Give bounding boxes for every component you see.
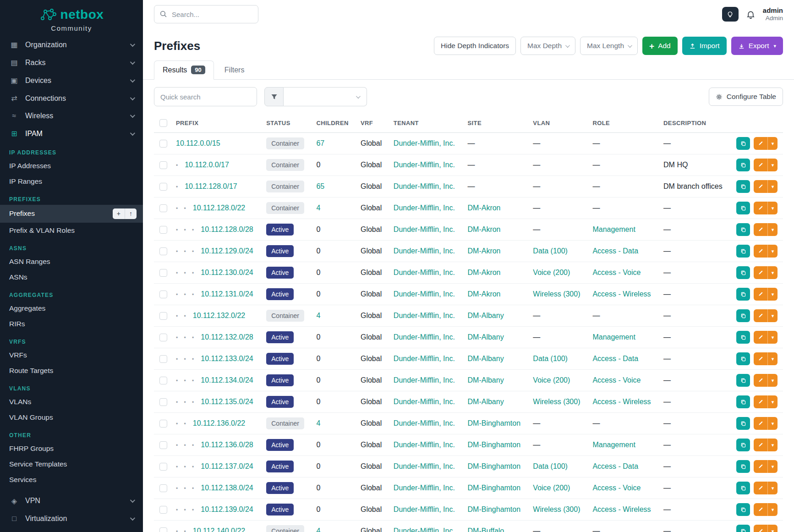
- role-link[interactable]: Management: [592, 225, 635, 233]
- vlan-link[interactable]: Wireless (300): [533, 290, 580, 298]
- site-link[interactable]: DM-Albany: [468, 398, 504, 406]
- edit-button[interactable]: [754, 503, 767, 516]
- column-header-description[interactable]: DESCRIPTION: [658, 114, 729, 133]
- row-checkbox[interactable]: [159, 183, 167, 191]
- quick-search-input[interactable]: [154, 87, 257, 106]
- tenant-link[interactable]: Dunder-Mifflin, Inc.: [394, 527, 455, 532]
- prefix-link[interactable]: 10.112.128.0/17: [185, 182, 237, 190]
- edit-button[interactable]: [754, 202, 767, 214]
- copy-button[interactable]: [736, 417, 750, 430]
- tenant-link[interactable]: Dunder-Mifflin, Inc.: [394, 312, 455, 319]
- prefix-link[interactable]: 10.112.129.0/24: [201, 247, 253, 255]
- prefix-link[interactable]: 10.112.128.0/28: [201, 225, 253, 233]
- row-checkbox[interactable]: [159, 247, 167, 255]
- row-checkbox[interactable]: [159, 161, 167, 169]
- notifications-button[interactable]: [746, 10, 756, 19]
- column-header-children[interactable]: CHILDREN: [311, 114, 355, 133]
- prefix-link[interactable]: 10.112.130.0/24: [201, 269, 253, 276]
- site-link[interactable]: DM-Binghamton: [468, 462, 521, 470]
- vlan-link[interactable]: Data (100): [533, 355, 568, 362]
- site-link[interactable]: DM-Akron: [468, 247, 501, 255]
- copy-button[interactable]: [736, 223, 750, 236]
- children-link[interactable]: 4: [316, 204, 320, 212]
- site-link[interactable]: DM-Akron: [468, 269, 501, 276]
- prefix-link[interactable]: 10.112.133.0/24: [201, 355, 253, 362]
- copy-button[interactable]: [736, 331, 750, 344]
- edit-dropdown-button[interactable]: ▾: [767, 352, 778, 365]
- edit-dropdown-button[interactable]: ▾: [767, 460, 778, 473]
- children-link[interactable]: 4: [316, 312, 320, 319]
- copy-button[interactable]: [736, 137, 750, 150]
- children-link[interactable]: 4: [316, 527, 320, 532]
- row-checkbox[interactable]: [159, 377, 167, 384]
- sidebar-item-asns[interactable]: ASNs: [0, 269, 143, 285]
- edit-button[interactable]: [754, 460, 767, 473]
- edit-dropdown-button[interactable]: ▾: [767, 202, 778, 214]
- edit-dropdown-button[interactable]: ▾: [767, 288, 778, 301]
- site-link[interactable]: DM-Binghamton: [468, 419, 521, 427]
- copy-button[interactable]: [736, 288, 750, 301]
- children-link[interactable]: 67: [316, 139, 324, 147]
- prefix-link[interactable]: 10.112.0.0/15: [176, 139, 220, 147]
- prefix-link[interactable]: 10.112.132.0/22: [193, 312, 245, 319]
- edit-button[interactable]: [754, 223, 767, 236]
- column-header-prefix[interactable]: PREFIX: [170, 114, 261, 133]
- prefix-link[interactable]: 10.112.131.0/24: [201, 290, 253, 298]
- row-checkbox[interactable]: [159, 269, 167, 277]
- copy-button[interactable]: [736, 395, 750, 408]
- site-link[interactable]: DM-Albany: [468, 355, 504, 362]
- edit-button[interactable]: [754, 288, 767, 301]
- edit-button[interactable]: [754, 482, 767, 494]
- copy-button[interactable]: [736, 245, 750, 258]
- brand[interactable]: netbox Community: [0, 0, 143, 36]
- edit-button[interactable]: [754, 266, 767, 279]
- site-link[interactable]: DM-Albany: [468, 376, 504, 384]
- row-checkbox[interactable]: [159, 506, 167, 514]
- prefix-link[interactable]: 10.112.128.0/22: [193, 204, 245, 212]
- filter-button[interactable]: [264, 87, 284, 106]
- column-header-vrf[interactable]: VRF: [355, 114, 388, 133]
- prefix-link[interactable]: 10.112.137.0/24: [201, 462, 253, 470]
- prefix-link[interactable]: 10.112.134.0/24: [201, 376, 253, 384]
- row-checkbox[interactable]: [159, 226, 167, 234]
- copy-button[interactable]: [736, 525, 750, 532]
- copy-button[interactable]: [736, 266, 750, 279]
- edit-dropdown-button[interactable]: ▾: [767, 525, 778, 532]
- tab-filters[interactable]: Filters: [216, 60, 253, 80]
- prefix-link[interactable]: 10.112.132.0/28: [201, 333, 253, 341]
- prefix-link[interactable]: 10.112.136.0/28: [201, 441, 253, 449]
- role-link[interactable]: Access - Wireless: [592, 505, 651, 513]
- configure-table-button[interactable]: Configure Table: [709, 88, 783, 106]
- row-checkbox[interactable]: [159, 140, 167, 148]
- copy-button[interactable]: [736, 482, 750, 494]
- site-link[interactable]: DM-Akron: [468, 225, 501, 233]
- children-link[interactable]: 4: [316, 419, 320, 427]
- sidebar-item-service-templates[interactable]: Service Templates: [0, 456, 143, 472]
- tenant-link[interactable]: Dunder-Mifflin, Inc.: [394, 225, 455, 233]
- role-link[interactable]: Access - Data: [592, 247, 638, 255]
- prefix-link[interactable]: 10.112.0.0/17: [185, 161, 229, 169]
- row-checkbox[interactable]: [159, 527, 167, 532]
- tenant-link[interactable]: Dunder-Mifflin, Inc.: [394, 484, 455, 492]
- edit-dropdown-button[interactable]: ▾: [767, 417, 778, 430]
- site-link[interactable]: DM-Akron: [468, 290, 501, 298]
- row-checkbox[interactable]: [159, 312, 167, 320]
- sidebar-item-organization[interactable]: ▦Organization: [0, 36, 143, 54]
- edit-dropdown-button[interactable]: ▾: [767, 482, 778, 494]
- role-link[interactable]: Management: [592, 441, 635, 449]
- tab-results[interactable]: Results 90: [154, 60, 214, 80]
- sidebar-item-racks[interactable]: ▤Racks: [0, 54, 143, 71]
- row-checkbox[interactable]: [159, 291, 167, 298]
- copy-button[interactable]: [736, 460, 750, 473]
- global-search-input[interactable]: [154, 5, 258, 23]
- sidebar-item-prefix-vlan-roles[interactable]: Prefix & VLAN Roles: [0, 223, 143, 238]
- vlan-link[interactable]: Wireless (300): [533, 398, 580, 406]
- edit-dropdown-button[interactable]: ▾: [767, 137, 778, 150]
- tenant-link[interactable]: Dunder-Mifflin, Inc.: [394, 505, 455, 513]
- row-checkbox[interactable]: [159, 463, 167, 471]
- prefix-link[interactable]: 10.112.140.0/22: [193, 527, 245, 532]
- role-link[interactable]: Access - Voice: [592, 484, 641, 492]
- edit-button[interactable]: [754, 180, 767, 193]
- sidebar-item-asn-ranges[interactable]: ASN Ranges: [0, 254, 143, 269]
- prefix-link[interactable]: 10.112.136.0/22: [193, 419, 245, 427]
